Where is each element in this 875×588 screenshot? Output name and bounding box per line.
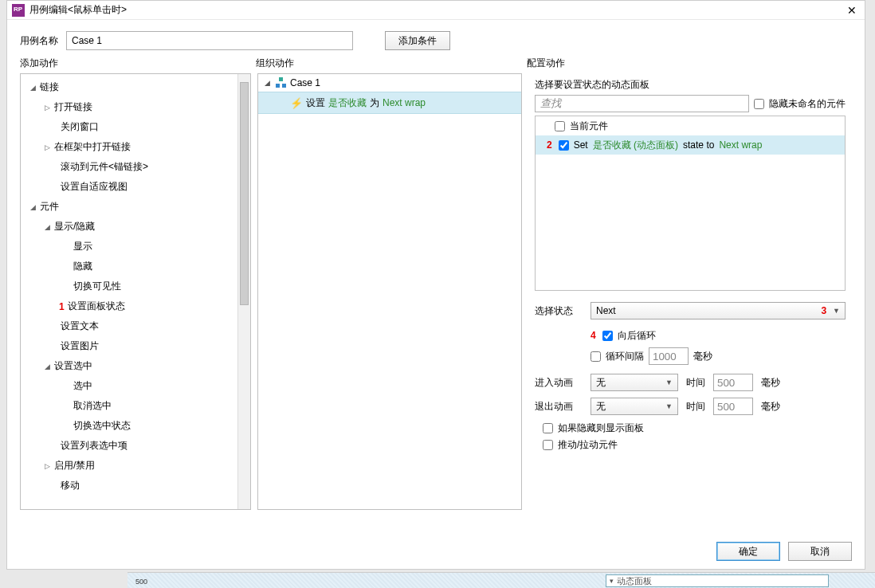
use-case-name-input[interactable]	[66, 31, 353, 50]
action-row[interactable]: ⚡ 设置 是否收藏 为 Next wrap	[258, 92, 521, 114]
configure-action-panel: 选择要设置状态的动态面板 隐藏未命名的元件 当前元件 2 Set 是否收藏 (动…	[528, 73, 852, 510]
tree-enable-disable[interactable]: ▷启用/禁用	[21, 456, 250, 476]
show-if-hidden-checkbox[interactable]	[543, 423, 553, 433]
tree-widget-group[interactable]: ◢元件	[21, 197, 250, 217]
section-organize-action-label: 组织动作	[256, 57, 527, 70]
add-action-panel: ◢链接 ▷打开链接 关闭窗口 ▷在框架中打开链接 滚动到元件<锚链接> 设置自适…	[20, 73, 251, 510]
action-target: 是否收藏	[328, 96, 367, 110]
tree-set-panel-state[interactable]: 1设置面板状态	[21, 296, 250, 316]
tree-open-link[interactable]: ▷打开链接	[21, 97, 250, 117]
dialog-title: 用例编辑<鼠标单击时>	[29, 3, 844, 17]
tree-deselect[interactable]: 取消选中	[21, 396, 250, 416]
item-value: Next wrap	[719, 139, 762, 151]
tree-move[interactable]: 移动	[21, 476, 250, 496]
app-icon	[12, 4, 25, 17]
select-state-label: 选择状态	[535, 304, 583, 318]
animate-out-dropdown[interactable]: 无▼	[591, 398, 678, 415]
chevron-down-icon: ▼	[833, 307, 840, 315]
animate-in-label: 进入动画	[535, 376, 583, 390]
item-prefix: Set	[574, 139, 588, 151]
action-mid: 为	[370, 96, 379, 110]
item-target: 是否收藏 (动态面板)	[593, 139, 678, 152]
case-header[interactable]: ◢ Case 1	[258, 74, 521, 92]
use-case-name-label: 用例名称	[20, 34, 58, 48]
panel-list: 当前元件 2 Set 是否收藏 (动态面板) state to Next wra…	[535, 116, 846, 291]
cancel-button[interactable]: 取消	[788, 542, 852, 561]
time-in-input[interactable]	[713, 374, 753, 391]
scrollbar[interactable]	[237, 74, 250, 509]
marker-1: 1	[59, 301, 65, 312]
push-pull-label: 推动/拉动元件	[558, 438, 618, 452]
marker-4: 4	[591, 330, 596, 341]
tree-hide[interactable]: 隐藏	[21, 257, 250, 276]
marker-2: 2	[547, 139, 552, 151]
show-if-hidden-label: 如果隐藏则显示面板	[558, 421, 644, 435]
hide-unnamed-label: 隐藏未命名的元件	[769, 97, 846, 111]
select-state-dropdown[interactable]: Next 3 ▼	[591, 302, 846, 319]
repeat-label: 循环间隔	[606, 350, 644, 363]
bolt-icon: ⚡	[290, 97, 303, 109]
marker-3: 3	[821, 305, 826, 316]
tree-set-text[interactable]: 设置文本	[21, 316, 250, 336]
section-add-action-label: 添加动作	[20, 57, 256, 70]
animate-out-label: 退出动画	[535, 400, 583, 414]
panel-item-checkbox[interactable]	[559, 140, 569, 151]
case-icon	[276, 77, 287, 88]
panel-item-row[interactable]: 2 Set 是否收藏 (动态面板) state to Next wrap	[536, 135, 845, 155]
item-mid: state to	[683, 139, 714, 151]
close-icon[interactable]: ✕	[844, 4, 860, 17]
case-name: Case 1	[290, 77, 320, 88]
current-widget-label: 当前元件	[570, 120, 608, 133]
action-value: Next wrap	[383, 97, 426, 108]
ms-out: 毫秒	[761, 400, 780, 414]
organize-action-panel: ◢ Case 1 ⚡ 设置 是否收藏 为 Next wrap	[257, 73, 522, 510]
hide-unnamed-checkbox[interactable]	[754, 99, 764, 109]
animate-in-dropdown[interactable]: 无▼	[591, 374, 678, 391]
tree-toggle-vis[interactable]: 切换可见性	[21, 276, 250, 296]
tree-show-hide[interactable]: ◢显示/隐藏	[21, 217, 250, 237]
repeat-checkbox[interactable]	[591, 351, 601, 362]
wrap-checkbox[interactable]	[602, 331, 613, 341]
action-prefix: 设置	[306, 96, 325, 110]
tree-set-selected[interactable]: ◢设置选中	[21, 356, 250, 376]
tree-set-image[interactable]: 设置图片	[21, 336, 250, 356]
time-out-label: 时间	[686, 400, 705, 414]
tree-adaptive-view[interactable]: 设置自适应视图	[21, 177, 250, 197]
tree-show[interactable]: 显示	[21, 237, 250, 257]
wrap-label: 向后循环	[618, 329, 656, 343]
select-state-value: Next	[596, 305, 616, 316]
section-configure-action-label: 配置动作	[527, 57, 565, 70]
chevron-down-icon: ▼	[665, 402, 673, 410]
titlebar: 用例编辑<鼠标单击时> ✕	[7, 1, 865, 20]
time-out-input[interactable]	[713, 398, 753, 415]
tree-set-list-sel[interactable]: 设置列表选中项	[21, 436, 250, 456]
tree-close-window[interactable]: 关闭窗口	[21, 117, 250, 137]
tree-toggle-selected[interactable]: 切换选中状态	[21, 416, 250, 436]
tree-scroll-anchor[interactable]: 滚动到元件<锚链接>	[21, 157, 250, 177]
select-panel-label: 选择要设置状态的动态面板	[535, 78, 846, 92]
tree-link-group[interactable]: ◢链接	[21, 77, 250, 97]
tree-open-in-frame[interactable]: ▷在框架中打开链接	[21, 137, 250, 157]
push-pull-checkbox[interactable]	[543, 440, 553, 450]
ok-button[interactable]: 确定	[716, 542, 780, 561]
search-input[interactable]	[535, 95, 749, 112]
add-condition-button[interactable]: 添加条件	[385, 31, 450, 50]
tree-select[interactable]: 选中	[21, 376, 250, 396]
time-in-label: 时间	[686, 376, 705, 390]
repeat-ms: 毫秒	[693, 350, 712, 363]
chevron-down-icon: ▼	[665, 378, 673, 386]
ms-in: 毫秒	[761, 376, 780, 390]
repeat-interval-input[interactable]	[649, 347, 689, 365]
current-widget-row[interactable]: 当前元件	[536, 116, 845, 135]
current-widget-checkbox[interactable]	[555, 121, 565, 131]
